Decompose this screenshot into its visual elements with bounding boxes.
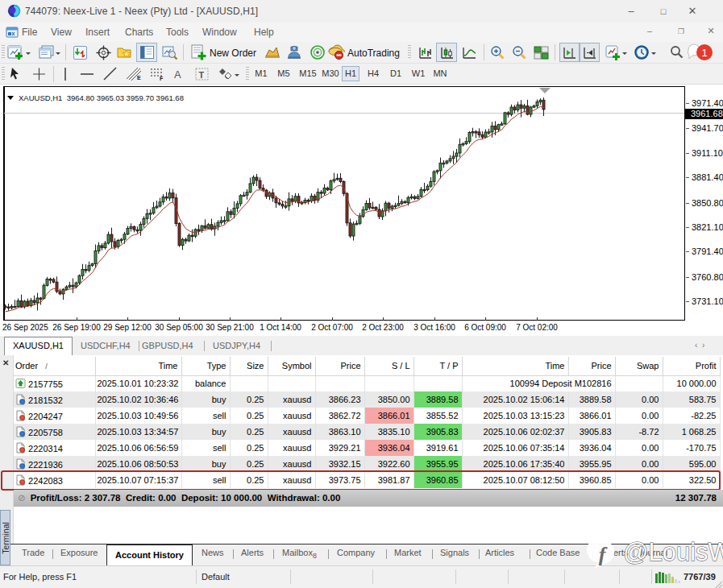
svg-text:Terminal: Terminal: [1, 522, 10, 554]
